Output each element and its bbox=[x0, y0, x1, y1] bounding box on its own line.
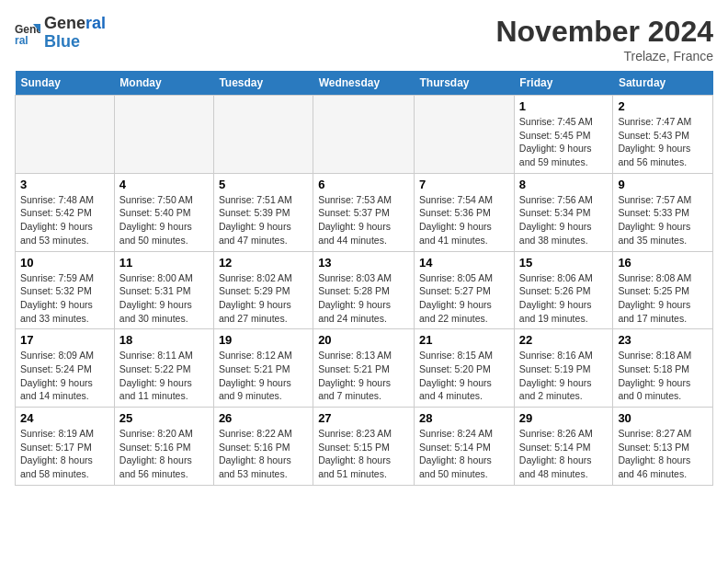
day-info: Sunrise: 8:24 AM Sunset: 5:14 PM Dayligh… bbox=[419, 427, 509, 481]
page-header: Gene ral General Blue November 2024 Trel… bbox=[15, 15, 713, 63]
day-info: Sunrise: 7:56 AM Sunset: 5:34 PM Dayligh… bbox=[519, 193, 609, 247]
calendar-cell: 16Sunrise: 8:08 AM Sunset: 5:25 PM Dayli… bbox=[613, 251, 713, 329]
calendar-cell: 2Sunrise: 7:47 AM Sunset: 5:43 PM Daylig… bbox=[613, 96, 713, 174]
calendar-cell: 12Sunrise: 8:02 AM Sunset: 5:29 PM Dayli… bbox=[213, 251, 313, 329]
calendar-cell: 18Sunrise: 8:11 AM Sunset: 5:22 PM Dayli… bbox=[114, 329, 213, 408]
calendar-cell: 28Sunrise: 8:24 AM Sunset: 5:14 PM Dayli… bbox=[415, 408, 515, 486]
day-number: 9 bbox=[618, 178, 708, 191]
calendar-cell: 22Sunrise: 8:16 AM Sunset: 5:19 PM Dayli… bbox=[514, 329, 613, 408]
calendar-cell: 24Sunrise: 8:19 AM Sunset: 5:17 PM Dayli… bbox=[16, 408, 115, 486]
calendar-cell: 27Sunrise: 8:23 AM Sunset: 5:15 PM Dayli… bbox=[313, 408, 415, 486]
calendar-cell: 1Sunrise: 7:45 AM Sunset: 5:45 PM Daylig… bbox=[514, 96, 613, 174]
week-row-0: 1Sunrise: 7:45 AM Sunset: 5:45 PM Daylig… bbox=[16, 96, 713, 174]
header-tuesday: Tuesday bbox=[213, 71, 313, 96]
calendar-cell: 25Sunrise: 8:20 AM Sunset: 5:16 PM Dayli… bbox=[114, 408, 213, 486]
calendar-cell bbox=[313, 96, 415, 174]
day-number: 10 bbox=[20, 256, 109, 270]
calendar-cell: 10Sunrise: 7:59 AM Sunset: 5:32 PM Dayli… bbox=[16, 251, 115, 329]
day-info: Sunrise: 7:59 AM Sunset: 5:32 PM Dayligh… bbox=[20, 271, 109, 326]
day-info: Sunrise: 8:18 AM Sunset: 5:18 PM Dayligh… bbox=[618, 349, 708, 403]
calendar-cell: 17Sunrise: 8:09 AM Sunset: 5:24 PM Dayli… bbox=[16, 329, 115, 408]
header-wednesday: Wednesday bbox=[313, 71, 415, 96]
day-info: Sunrise: 8:03 AM Sunset: 5:28 PM Dayligh… bbox=[318, 271, 409, 326]
day-number: 23 bbox=[618, 333, 708, 347]
day-number: 4 bbox=[119, 178, 209, 191]
calendar-cell: 30Sunrise: 8:27 AM Sunset: 5:13 PM Dayli… bbox=[613, 408, 713, 486]
day-number: 26 bbox=[219, 411, 308, 425]
day-info: Sunrise: 7:45 AM Sunset: 5:45 PM Dayligh… bbox=[519, 115, 609, 169]
calendar-cell: 23Sunrise: 8:18 AM Sunset: 5:18 PM Dayli… bbox=[613, 329, 713, 408]
day-info: Sunrise: 8:00 AM Sunset: 5:31 PM Dayligh… bbox=[119, 271, 209, 326]
day-number: 13 bbox=[318, 256, 409, 270]
calendar-cell: 21Sunrise: 8:15 AM Sunset: 5:20 PM Dayli… bbox=[415, 329, 515, 408]
header-monday: Monday bbox=[114, 71, 213, 96]
day-info: Sunrise: 8:11 AM Sunset: 5:22 PM Dayligh… bbox=[119, 349, 209, 403]
day-number: 16 bbox=[618, 256, 708, 270]
day-number: 5 bbox=[219, 178, 308, 191]
day-info: Sunrise: 7:53 AM Sunset: 5:37 PM Dayligh… bbox=[318, 193, 409, 247]
day-info: Sunrise: 7:54 AM Sunset: 5:36 PM Dayligh… bbox=[419, 193, 509, 247]
logo: Gene ral General Blue bbox=[15, 15, 106, 52]
calendar-cell: 9Sunrise: 7:57 AM Sunset: 5:33 PM Daylig… bbox=[613, 173, 713, 251]
day-number: 8 bbox=[519, 178, 609, 191]
day-info: Sunrise: 7:57 AM Sunset: 5:33 PM Dayligh… bbox=[618, 193, 708, 247]
calendar-body: 1Sunrise: 7:45 AM Sunset: 5:45 PM Daylig… bbox=[16, 96, 713, 486]
day-info: Sunrise: 7:51 AM Sunset: 5:39 PM Dayligh… bbox=[219, 193, 308, 247]
day-number: 22 bbox=[519, 333, 609, 347]
day-info: Sunrise: 8:20 AM Sunset: 5:16 PM Dayligh… bbox=[119, 427, 209, 481]
week-row-2: 10Sunrise: 7:59 AM Sunset: 5:32 PM Dayli… bbox=[16, 251, 713, 329]
calendar-cell: 13Sunrise: 8:03 AM Sunset: 5:28 PM Dayli… bbox=[313, 251, 415, 329]
logo-text: General Blue bbox=[44, 15, 106, 52]
day-number: 21 bbox=[419, 333, 509, 347]
day-info: Sunrise: 7:47 AM Sunset: 5:43 PM Dayligh… bbox=[618, 115, 708, 169]
calendar-cell: 20Sunrise: 8:13 AM Sunset: 5:21 PM Dayli… bbox=[313, 329, 415, 408]
calendar-cell: 26Sunrise: 8:22 AM Sunset: 5:16 PM Dayli… bbox=[213, 408, 313, 486]
logo-icon: Gene ral bbox=[15, 20, 40, 46]
calendar-cell: 7Sunrise: 7:54 AM Sunset: 5:36 PM Daylig… bbox=[415, 173, 515, 251]
day-number: 14 bbox=[419, 256, 509, 270]
calendar-cell: 14Sunrise: 8:05 AM Sunset: 5:27 PM Dayli… bbox=[415, 251, 515, 329]
day-info: Sunrise: 8:16 AM Sunset: 5:19 PM Dayligh… bbox=[519, 349, 609, 403]
week-row-3: 17Sunrise: 8:09 AM Sunset: 5:24 PM Dayli… bbox=[16, 329, 713, 408]
day-info: Sunrise: 8:09 AM Sunset: 5:24 PM Dayligh… bbox=[20, 349, 109, 403]
day-number: 25 bbox=[119, 411, 209, 425]
calendar-cell: 15Sunrise: 8:06 AM Sunset: 5:26 PM Dayli… bbox=[514, 251, 613, 329]
calendar-cell bbox=[114, 96, 213, 174]
day-number: 18 bbox=[119, 333, 209, 347]
calendar-header-row: SundayMondayTuesdayWednesdayThursdayFrid… bbox=[16, 71, 713, 96]
day-number: 3 bbox=[20, 178, 109, 191]
calendar-cell: 11Sunrise: 8:00 AM Sunset: 5:31 PM Dayli… bbox=[114, 251, 213, 329]
calendar-cell bbox=[415, 96, 515, 174]
header-saturday: Saturday bbox=[613, 71, 713, 96]
day-info: Sunrise: 8:02 AM Sunset: 5:29 PM Dayligh… bbox=[219, 271, 308, 326]
day-info: Sunrise: 8:27 AM Sunset: 5:13 PM Dayligh… bbox=[618, 427, 708, 481]
calendar-cell: 6Sunrise: 7:53 AM Sunset: 5:37 PM Daylig… bbox=[313, 173, 415, 251]
day-info: Sunrise: 8:15 AM Sunset: 5:20 PM Dayligh… bbox=[419, 349, 509, 403]
calendar-cell bbox=[16, 96, 115, 174]
svg-text:ral: ral bbox=[15, 34, 28, 46]
day-number: 30 bbox=[618, 411, 708, 425]
day-number: 7 bbox=[419, 178, 509, 191]
day-info: Sunrise: 8:23 AM Sunset: 5:15 PM Dayligh… bbox=[318, 427, 409, 481]
week-row-4: 24Sunrise: 8:19 AM Sunset: 5:17 PM Dayli… bbox=[16, 408, 713, 486]
day-number: 29 bbox=[519, 411, 609, 425]
calendar-cell: 5Sunrise: 7:51 AM Sunset: 5:39 PM Daylig… bbox=[213, 173, 313, 251]
day-number: 12 bbox=[219, 256, 308, 270]
month-title: November 2024 bbox=[495, 15, 713, 49]
title-block: November 2024 Trelaze, France bbox=[495, 15, 713, 63]
calendar-cell: 8Sunrise: 7:56 AM Sunset: 5:34 PM Daylig… bbox=[514, 173, 613, 251]
day-info: Sunrise: 8:26 AM Sunset: 5:14 PM Dayligh… bbox=[519, 427, 609, 481]
day-number: 27 bbox=[318, 411, 409, 425]
calendar-table: SundayMondayTuesdayWednesdayThursdayFrid… bbox=[15, 71, 713, 486]
day-info: Sunrise: 8:12 AM Sunset: 5:21 PM Dayligh… bbox=[219, 349, 308, 403]
week-row-1: 3Sunrise: 7:48 AM Sunset: 5:42 PM Daylig… bbox=[16, 173, 713, 251]
day-info: Sunrise: 7:48 AM Sunset: 5:42 PM Dayligh… bbox=[20, 193, 109, 247]
calendar-cell: 19Sunrise: 8:12 AM Sunset: 5:21 PM Dayli… bbox=[213, 329, 313, 408]
day-number: 6 bbox=[318, 178, 409, 191]
day-info: Sunrise: 7:50 AM Sunset: 5:40 PM Dayligh… bbox=[119, 193, 209, 247]
calendar-cell: 29Sunrise: 8:26 AM Sunset: 5:14 PM Dayli… bbox=[514, 408, 613, 486]
day-info: Sunrise: 8:05 AM Sunset: 5:27 PM Dayligh… bbox=[419, 271, 509, 326]
day-number: 2 bbox=[618, 99, 708, 113]
day-info: Sunrise: 8:06 AM Sunset: 5:26 PM Dayligh… bbox=[519, 271, 609, 326]
location: Trelaze, France bbox=[495, 49, 713, 63]
